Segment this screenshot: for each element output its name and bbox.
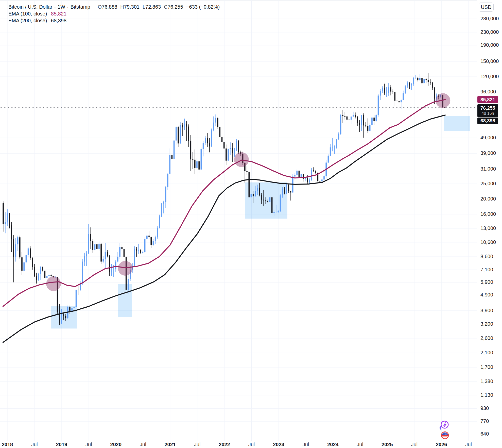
time-tick-label: Jul — [350, 442, 370, 447]
currency-toggle-button[interactable]: USD — [479, 3, 494, 12]
price-tick-label: 3,200 — [480, 321, 493, 327]
highlight-circle[interactable] — [234, 152, 249, 167]
time-tick-label: Jul — [187, 442, 207, 447]
price-tick-label: 10,600 — [480, 239, 496, 245]
ema100-price-badge: 85,821 — [477, 96, 498, 103]
separator-dot: · — [67, 4, 69, 10]
candles-series — [3, 73, 445, 325]
time-tick-label: Jul — [458, 442, 479, 447]
high-value: 79,301 — [124, 4, 140, 10]
time-tick-label: 2023 — [269, 442, 289, 447]
price-tick-label: 3,900 — [480, 308, 493, 313]
us-flag-icon[interactable] — [441, 432, 448, 439]
ohlc-readout: O76,888H79,301L72,863C76,255−633 (−0.82%… — [95, 4, 220, 10]
price-tick-label: 4,900 — [480, 292, 493, 298]
interval-label[interactable]: 1W — [58, 4, 65, 10]
price-tick-label: 20,000 — [480, 196, 496, 202]
low-label: L — [143, 4, 145, 10]
time-tick-label: Jul — [79, 442, 99, 447]
price-tick-label: 7,100 — [480, 267, 493, 273]
price-tick-label: 2,600 — [480, 335, 493, 341]
time-tick-label: 2025 — [377, 442, 397, 447]
price-tick-label: 16,000 — [480, 211, 496, 217]
price-tick-label: 13,000 — [480, 225, 496, 231]
ema100-line[interactable] — [3, 99, 445, 306]
last-price-badge: 76,2554d 16h — [477, 104, 498, 117]
time-tick-label: Jul — [404, 442, 424, 447]
price-tick-label: 31,000 — [480, 166, 496, 172]
tradingview-chart-window: Bitcoin / U.S. Dollar·1W·BitstampO76,888… — [0, 0, 502, 448]
time-tick-label: Jul — [24, 442, 45, 447]
ema200-price-badge: 68,398 — [477, 118, 498, 124]
lightning-bolt-icon[interactable] — [439, 421, 448, 430]
time-tick-label: Jul — [296, 442, 316, 447]
close-label: C — [164, 4, 167, 10]
chart-layers — [0, 0, 477, 441]
price-axis[interactable]: USD 280,000230,000190,000150,000120,0009… — [477, 0, 502, 441]
highlight-rect[interactable] — [444, 116, 470, 131]
highlight-circle[interactable] — [46, 276, 61, 291]
open-value: 76,888 — [102, 4, 117, 10]
open-label: O — [98, 4, 102, 10]
separator-dot: · — [54, 4, 56, 10]
price-tick-label: 96,000 — [480, 89, 496, 95]
time-tick-label: 2019 — [51, 442, 72, 447]
highlight-rect[interactable] — [118, 284, 132, 317]
ema100-label: EMA (100, close) — [8, 11, 47, 16]
price-tick-label: 190,000 — [480, 42, 499, 48]
price-tick-label: 1,700 — [480, 364, 493, 370]
price-tick-label: 25,000 — [480, 181, 496, 187]
price-tick-label: 230,000 — [480, 29, 499, 35]
indicator-row-ema200[interactable]: EMA (200, close) 68,398 — [8, 17, 220, 24]
grid — [0, 0, 477, 441]
time-tick-label: 2018 — [0, 442, 18, 447]
symbol-title[interactable]: Bitcoin / U.S. Dollar — [8, 4, 52, 10]
price-tick-label: 930 — [480, 405, 489, 411]
price-tick-label: 5,900 — [480, 279, 493, 285]
time-tick-label: 2022 — [214, 442, 235, 447]
indicator-row-ema100[interactable]: EMA (100, close) 85,821 — [8, 10, 220, 17]
ema200-label: EMA (200, close) — [8, 18, 47, 23]
time-tick-label: 2020 — [106, 442, 126, 447]
price-tick-label: 39,000 — [480, 150, 496, 156]
ema100-value: 85,821 — [51, 11, 66, 16]
high-label: H — [120, 4, 124, 10]
time-tick-label: 2021 — [160, 442, 180, 447]
price-tick-label: 1,130 — [480, 392, 493, 398]
price-chart-pane[interactable] — [0, 0, 477, 441]
price-tick-label: 2,100 — [480, 350, 493, 356]
price-tick-label: 150,000 — [480, 58, 499, 64]
highlight-circle[interactable] — [118, 261, 133, 276]
highlight-circle[interactable] — [436, 93, 450, 108]
low-value: 72,863 — [145, 4, 161, 10]
time-tick-label: 2024 — [323, 442, 343, 447]
ema200-value: 68,398 — [51, 18, 66, 23]
price-tick-label: 770 — [480, 418, 489, 424]
change-value: −633 (−0.82%) — [186, 4, 220, 10]
chart-legend: Bitcoin / U.S. Dollar·1W·BitstampO76,888… — [8, 4, 220, 24]
price-tick-label: 1,380 — [480, 378, 493, 384]
time-tick-label: Jul — [241, 442, 262, 447]
time-tick-label: 2026 — [431, 442, 452, 447]
time-axis[interactable]: 2018Jul2019Jul2020Jul2021Jul2022Jul2023J… — [0, 441, 502, 448]
price-tick-label: 8,600 — [480, 254, 493, 259]
price-tick-label: 120,000 — [480, 74, 499, 79]
price-tick-label: 49,000 — [480, 135, 496, 141]
exchange-label[interactable]: Bitstamp — [71, 4, 90, 10]
price-tick-label: 640 — [480, 431, 489, 437]
time-tick-label: Jul — [133, 442, 153, 447]
price-tick-label: 280,000 — [480, 16, 499, 22]
close-value: 76,255 — [168, 4, 183, 10]
